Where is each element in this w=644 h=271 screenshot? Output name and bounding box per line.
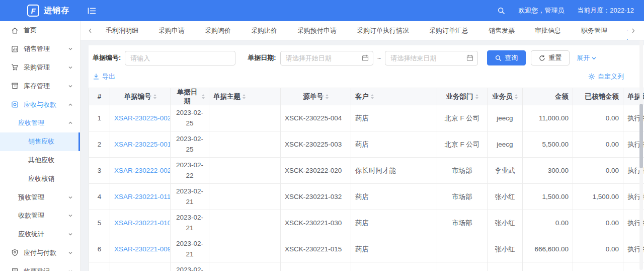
tab-approval-info[interactable]: 审批信息: [535, 21, 561, 40]
doc-number-link[interactable]: XSAR-230221-009: [114, 245, 171, 253]
chevron-down-icon: [591, 55, 597, 61]
app-title: 进销存: [44, 6, 69, 16]
col-department[interactable]: 业务部门: [437, 88, 488, 105]
doc-number-link[interactable]: XSAR-230225-002: [114, 114, 171, 122]
tab-purchase-request[interactable]: 采购申请: [158, 21, 185, 40]
chevron-down-icon: [68, 269, 73, 271]
tab-purchase-order-summary[interactable]: 采购订单汇总: [429, 21, 468, 40]
cell-amount: 5,500.00: [523, 131, 573, 158]
app-root: F 进销存 欢迎您，管理员 当前月度：2022-12 首页 销售管理 采购管理: [0, 0, 644, 271]
col-doc-subject[interactable]: 单据主题: [209, 88, 281, 105]
sidebar-item-advance-mgmt[interactable]: 预收管理: [0, 188, 80, 207]
sidebar-item-sales-receivable[interactable]: 销售应收: [0, 132, 80, 151]
cell-salesman: 张小红: [488, 210, 523, 236]
col-verified-amount: 已核销金额: [573, 88, 623, 105]
tab-job-mgmt[interactable]: 职务管理: [581, 21, 607, 40]
menu-fold-icon[interactable]: [88, 7, 96, 15]
col-customer[interactable]: 客户: [351, 88, 437, 105]
search-icon[interactable]: [498, 7, 505, 15]
tab-gross-profit-detail[interactable]: 毛利润明细: [106, 21, 138, 40]
sidebar-item-invoice-register[interactable]: 收票登记: [0, 262, 80, 271]
col-doc-date[interactable]: 单据日期: [171, 88, 209, 105]
table-row: 6 XSAR-230221-009 2023-02-21 XSCK-230221…: [89, 236, 644, 262]
cell-source-number: XSCK-230221-032: [281, 184, 351, 210]
cell-doc-number: XSAR-230221-011: [110, 184, 171, 210]
custom-columns-button[interactable]: 自定义列: [588, 72, 624, 81]
cell-amount: 300.00: [523, 158, 573, 184]
tab-sales-receivable[interactable]: 销售应收: [627, 21, 628, 40]
tab-purchase-order-exec[interactable]: 采购订单执行情况: [357, 21, 409, 40]
sort-icon[interactable]: [475, 94, 478, 99]
sidebar-item-receivable-mgmt[interactable]: 应收管理: [0, 114, 80, 132]
tab-purchase-compare[interactable]: 采购比价: [251, 21, 277, 40]
cell-verified-amount: 0.00: [573, 236, 623, 262]
header-right: 欢迎您，管理员 当前月度：2022-12: [498, 6, 644, 15]
cell-index: 6: [89, 236, 110, 262]
doc-number-link[interactable]: XSAR-230222-002: [114, 167, 171, 174]
cell-verified-amount: 0.00: [573, 158, 623, 184]
chevron-down-icon: [68, 232, 73, 237]
sidebar-item-home[interactable]: 首页: [0, 21, 80, 40]
cell-doc-date: 2023-02-22: [171, 158, 209, 184]
sidebar-item-payable[interactable]: 应付与付款: [0, 244, 80, 262]
cell-doc-subject: [209, 131, 281, 158]
shield-icon: [11, 249, 19, 256]
col-salesman[interactable]: 业务员: [488, 88, 523, 105]
sort-icon[interactable]: [515, 94, 518, 99]
app-logo[interactable]: F 进销存: [0, 5, 80, 17]
reset-button[interactable]: 重置: [531, 50, 570, 65]
sidebar-item-inventory[interactable]: 库存管理: [0, 77, 80, 95]
date-start-picker[interactable]: [280, 51, 373, 65]
expand-link[interactable]: 展开: [577, 53, 597, 62]
document-icon: [11, 267, 19, 271]
export-button[interactable]: 导出: [93, 72, 115, 81]
cell-doc-subject: [209, 236, 281, 262]
sidebar-item-receivable-stats[interactable]: 应收统计: [0, 225, 80, 244]
sidebar-item-receivable[interactable]: 应收与收款: [0, 95, 80, 114]
date-end-input[interactable]: [390, 54, 464, 62]
sidebar-item-other-receivable[interactable]: 其他应收: [0, 151, 80, 170]
chevron-down-icon: [68, 65, 73, 70]
cell-index: 2: [89, 131, 110, 158]
cell-doc-date: 2023-02-25: [171, 105, 209, 131]
doc-number-link[interactable]: XSAR-230225-001: [114, 141, 171, 148]
sidebar: 首页 销售管理 采购管理 库存管理 应收与收款 应收管理 销售应收: [0, 21, 80, 271]
doc-number-link[interactable]: XSAR-230221-011: [114, 193, 171, 200]
date-start-input[interactable]: [286, 54, 360, 62]
col-source-number[interactable]: 源单号: [281, 88, 351, 105]
tab-sales-invoice[interactable]: 销售发票: [489, 21, 515, 40]
cell-verified-amount: 0.00: [573, 105, 623, 131]
docno-input[interactable]: [125, 51, 235, 65]
vertical-scrollbar[interactable]: [639, 40, 643, 270]
tabs-scroll-right-icon[interactable]: [628, 28, 639, 34]
sort-icon[interactable]: [202, 94, 205, 99]
sort-icon[interactable]: [371, 94, 374, 99]
logo-icon: F: [27, 5, 39, 17]
cell-index: 7: [89, 262, 110, 271]
date-end-picker[interactable]: [385, 51, 478, 65]
sidebar-item-receivable-writeoff[interactable]: 应收核销: [0, 169, 80, 188]
sort-icon[interactable]: [153, 94, 156, 99]
content-card: 单据编号: 单据日期: ~ 查询: [89, 45, 644, 271]
sort-icon[interactable]: [326, 94, 329, 99]
tabs-scroll-left-icon[interactable]: [85, 28, 96, 34]
date-range-separator: ~: [377, 54, 381, 62]
sidebar-item-purchase[interactable]: 采购管理: [0, 58, 80, 77]
sidebar-item-collection-mgmt[interactable]: 收款管理: [0, 207, 80, 225]
chevron-down-icon: [68, 84, 73, 89]
col-amount: 金额: [523, 88, 573, 105]
doc-number-link[interactable]: XSAR-230221-010: [114, 219, 171, 227]
cell-doc-date: 2023-02-21: [171, 184, 209, 210]
user-welcome[interactable]: 欢迎您，管理员: [518, 6, 564, 15]
cell-customer: 药店: [351, 210, 437, 236]
sidebar-item-sales[interactable]: 销售管理: [0, 40, 80, 58]
col-doc-number[interactable]: 单据编号: [110, 88, 171, 105]
table-body: 1 XSAR-230225-002 2023-02-25 XSCK-230225…: [89, 105, 644, 271]
cell-customer: 药店: [351, 262, 437, 271]
chevron-up-icon: [68, 120, 73, 125]
search-button[interactable]: 查询: [487, 50, 526, 65]
scrollbar-thumb[interactable]: [639, 104, 643, 168]
tab-purchase-inquiry[interactable]: 采购询价: [205, 21, 231, 40]
tab-purchase-prepay[interactable]: 采购预付申请: [297, 21, 337, 40]
sort-icon[interactable]: [243, 94, 246, 99]
